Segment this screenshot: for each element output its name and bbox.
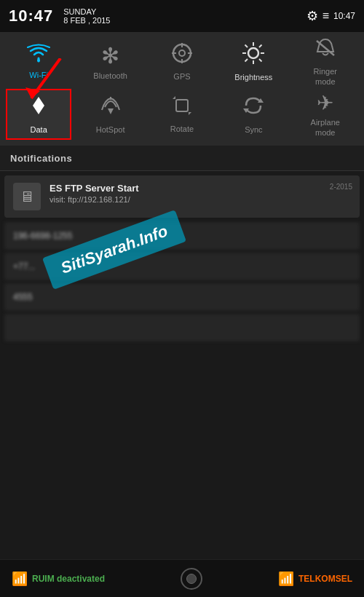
server-icon: 🖥 bbox=[20, 189, 34, 205]
qs-ringer[interactable]: Ringermode bbox=[293, 36, 358, 87]
svg-line-13 bbox=[259, 59, 262, 62]
notif-title: ES FTP Server Start bbox=[50, 183, 351, 194]
qs-rotate[interactable]: Rotate bbox=[149, 89, 215, 140]
notif-subtitle: visit: ftp://192.168.121/ bbox=[50, 195, 351, 204]
notification-card[interactable]: 🖥 ES FTP Server Start visit: ftp://192.1… bbox=[4, 175, 360, 218]
blurred-row-4 bbox=[4, 314, 360, 341]
qs-hotspot[interactable]: HotSpot bbox=[78, 89, 143, 140]
blurred-row-1: 196-6698-1255 bbox=[4, 222, 360, 250]
svg-line-12 bbox=[245, 44, 248, 47]
status-left: 10:47 SUNDAY 8 FEB , 2015 bbox=[9, 7, 111, 25]
notifications-header: Notifications bbox=[0, 146, 364, 171]
qs-sync[interactable]: Sync bbox=[221, 89, 286, 140]
gps-label: GPS bbox=[173, 72, 190, 82]
sim1-label: RUIM deactivated bbox=[32, 574, 105, 584]
notif-time: 2-2015 bbox=[330, 183, 352, 191]
svg-point-2 bbox=[179, 50, 185, 56]
battery-text: 10:47 bbox=[333, 11, 355, 21]
blurred-row-3: 4555 bbox=[4, 283, 360, 311]
settings-icon: ⚙ bbox=[306, 8, 318, 24]
notif-icon-box: 🖥 bbox=[13, 183, 41, 210]
sync-icon bbox=[242, 94, 265, 122]
bluetooth-label: Bluetooth bbox=[93, 71, 127, 81]
ringer-label: Ringermode bbox=[314, 67, 337, 86]
airplane-label: Airplanemode bbox=[311, 118, 340, 137]
home-dot bbox=[186, 574, 197, 584]
svg-rect-22 bbox=[176, 100, 188, 111]
gps-icon bbox=[171, 42, 193, 69]
sim2-badge: 📶 TELKOMSEL bbox=[278, 571, 352, 587]
status-bar: 10:47 SUNDAY 8 FEB , 2015 ⚙ ≡ 10:47 bbox=[0, 0, 364, 32]
rotate-icon bbox=[171, 95, 193, 122]
sim2-label: TELKOMSEL bbox=[298, 574, 352, 584]
qs-brightness[interactable]: Brightness bbox=[221, 36, 286, 87]
status-full-date: 8 FEB , 2015 bbox=[63, 16, 110, 25]
svg-point-7 bbox=[248, 48, 258, 58]
sync-label: Sync bbox=[245, 125, 262, 135]
blurred-row-2: +77... bbox=[4, 253, 360, 280]
status-day: SUNDAY bbox=[63, 7, 110, 16]
sim1-badge: 📶 RUIM deactivated bbox=[12, 571, 105, 587]
qs-airplane[interactable]: ✈ Airplanemode bbox=[293, 89, 358, 140]
hotspot-icon bbox=[99, 94, 122, 122]
qs-gps[interactable]: GPS bbox=[149, 36, 215, 87]
home-button[interactable] bbox=[181, 568, 202, 590]
notif-content: ES FTP Server Start visit: ftp://192.168… bbox=[50, 183, 351, 204]
sim1-icon: 📶 bbox=[12, 571, 28, 587]
sim2-icon: 📶 bbox=[278, 571, 294, 587]
bluetooth-icon: ✻ bbox=[101, 43, 119, 68]
signal-icon: ≡ bbox=[323, 9, 329, 23]
qs-bluetooth[interactable]: ✻ Bluetooth bbox=[78, 36, 143, 87]
brightness-icon bbox=[242, 41, 265, 70]
brightness-label: Brightness bbox=[234, 73, 272, 82]
status-time: 10:47 bbox=[9, 7, 53, 25]
bottom-bar: 📶 RUIM deactivated 📶 TELKOMSEL bbox=[0, 559, 364, 597]
status-right: ⚙ ≡ 10:47 bbox=[306, 8, 355, 24]
status-date: SUNDAY 8 FEB , 2015 bbox=[63, 7, 110, 25]
svg-marker-20 bbox=[108, 108, 114, 114]
svg-line-15 bbox=[245, 59, 248, 62]
hotspot-label: HotSpot bbox=[96, 125, 125, 135]
blurred-notifications: 196-6698-1255 +77... 4555 bbox=[0, 222, 364, 341]
data-label: Data bbox=[31, 125, 47, 135]
airplane-icon: ✈ bbox=[317, 91, 333, 115]
ringer-icon bbox=[314, 37, 336, 64]
svg-line-14 bbox=[259, 44, 262, 47]
notifications-title: Notifications bbox=[10, 153, 72, 164]
rotate-label: Rotate bbox=[170, 124, 194, 134]
